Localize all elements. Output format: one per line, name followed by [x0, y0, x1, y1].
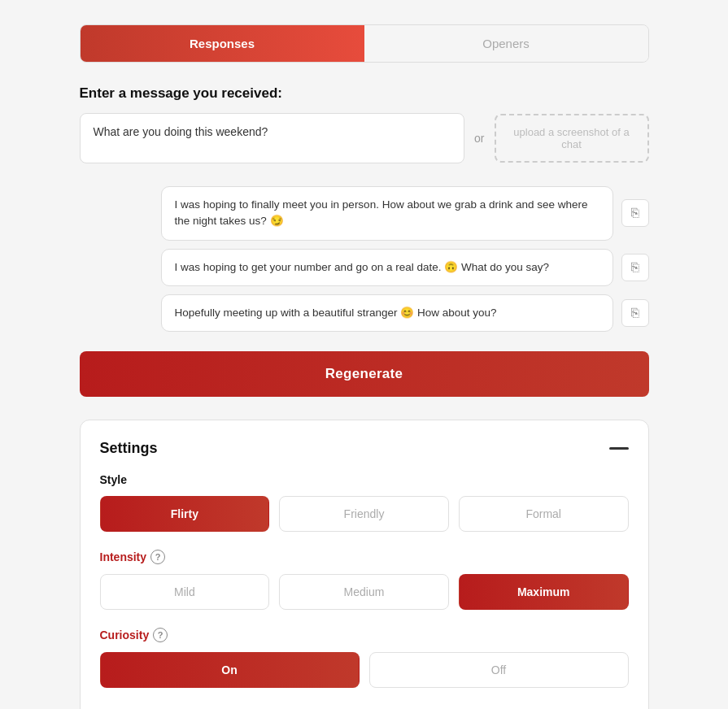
settings-card: Settings Style Flirty Friendly Formal In… [80, 420, 649, 709]
response-item-2: I was hoping to get your number and go o… [161, 249, 649, 286]
minimize-button[interactable] [609, 447, 629, 450]
style-group: Style Flirty Friendly Formal [100, 473, 629, 532]
input-row: or upload a screenshot of a chat [80, 113, 649, 163]
upload-label: upload a screenshot of a chat [503, 126, 641, 150]
style-friendly-button[interactable]: Friendly [279, 496, 449, 532]
curiosity-options: On Off [100, 652, 629, 688]
main-container: Responses Openers Enter a message you re… [80, 24, 649, 709]
regenerate-button[interactable]: Regenerate [80, 351, 649, 397]
copy-button-2[interactable]: ⎘ [621, 254, 649, 281]
settings-title: Settings [100, 440, 158, 457]
curiosity-off-button[interactable]: Off [369, 652, 629, 688]
intensity-group: Intensity ? Mild Medium Maximum [100, 550, 629, 610]
style-flirty-button[interactable]: Flirty [100, 496, 270, 532]
settings-header: Settings [100, 440, 629, 457]
response-bubble-1: I was hoping to finally meet you in pers… [161, 186, 613, 241]
responses-list: I was hoping to finally meet you in pers… [80, 186, 649, 332]
response-bubble-3: Hopefully meeting up with a beautiful st… [161, 294, 613, 332]
message-input[interactable] [80, 113, 465, 163]
curiosity-group: Curiosity ? On Off [100, 628, 629, 688]
tab-responses[interactable]: Responses [81, 25, 364, 62]
intensity-mild-button[interactable]: Mild [100, 574, 270, 610]
response-item-3: Hopefully meeting up with a beautiful st… [161, 294, 649, 332]
style-label: Style [100, 473, 629, 486]
style-formal-button[interactable]: Formal [459, 496, 629, 532]
tab-openers[interactable]: Openers [364, 25, 648, 62]
tab-bar: Responses Openers [80, 24, 649, 63]
intensity-maximum-button[interactable]: Maximum [459, 574, 629, 610]
intensity-help-icon[interactable]: ? [150, 550, 165, 564]
copy-button-1[interactable]: ⎘ [621, 199, 649, 227]
style-options: Flirty Friendly Formal [100, 496, 629, 532]
copy-button-3[interactable]: ⎘ [621, 299, 649, 327]
upload-box[interactable]: upload a screenshot of a chat [495, 114, 649, 163]
intensity-options: Mild Medium Maximum [100, 574, 629, 610]
or-label: or [474, 132, 484, 145]
curiosity-help-icon[interactable]: ? [153, 628, 168, 642]
curiosity-label: Curiosity ? [100, 628, 629, 642]
curiosity-on-button[interactable]: On [100, 652, 360, 688]
intensity-medium-button[interactable]: Medium [279, 574, 449, 610]
response-item-1: I was hoping to finally meet you in pers… [161, 186, 649, 241]
section-label: Enter a message you received: [80, 85, 649, 102]
intensity-label: Intensity ? [100, 550, 629, 564]
response-bubble-2: I was hoping to get your number and go o… [161, 249, 613, 286]
